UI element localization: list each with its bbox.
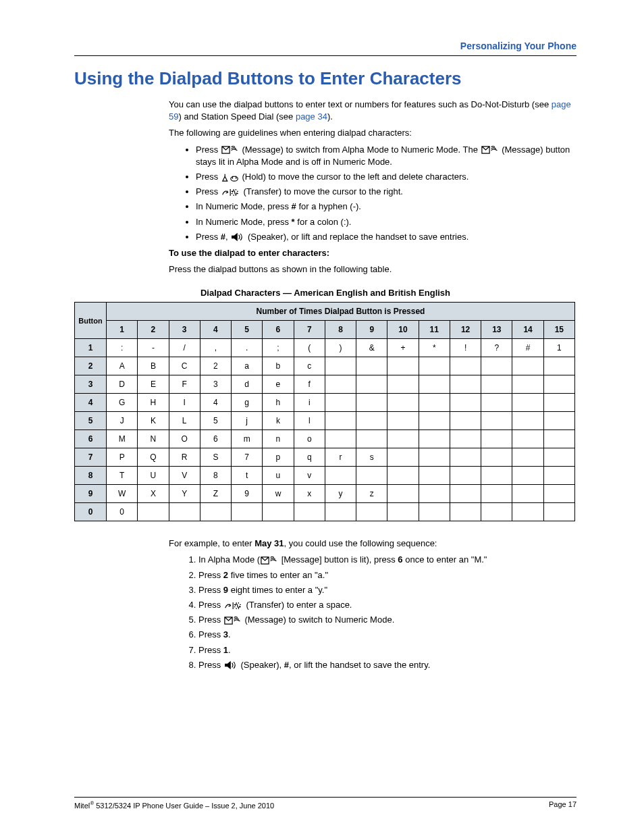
cell	[450, 412, 481, 430]
cell	[356, 503, 387, 521]
cell	[543, 503, 574, 521]
text: .	[228, 645, 231, 655]
text-bold: 3	[223, 629, 228, 640]
text: , or lift the handset to save the entry.	[289, 660, 430, 670]
cell: +	[387, 339, 419, 357]
cell	[512, 412, 543, 430]
cell: 5	[200, 412, 231, 430]
table-caption: Dialpad Characters — American English an…	[74, 288, 576, 298]
text: In Numeric Mode, press	[196, 217, 292, 227]
message-icon	[261, 556, 278, 565]
text: ,	[225, 232, 230, 242]
cell	[325, 412, 356, 430]
cell: S	[200, 448, 231, 467]
cell	[450, 467, 481, 485]
cell	[419, 357, 450, 375]
cell: 2	[200, 357, 231, 375]
cell: T	[107, 467, 138, 485]
example-section: For example, to enter May 31, you could …	[169, 538, 576, 671]
cell	[450, 394, 481, 412]
text: (Transfer) to move the cursor to the rig…	[241, 186, 403, 197]
cell: /	[169, 339, 200, 357]
cell: s	[356, 448, 387, 467]
cell: c	[294, 357, 325, 375]
cell: 0	[107, 503, 138, 521]
text: once to enter an "M."	[403, 554, 487, 565]
cell	[387, 430, 419, 448]
col-header: 15	[543, 321, 574, 339]
cell: .	[232, 339, 263, 357]
cell	[450, 430, 481, 448]
cell: f	[294, 375, 325, 394]
speaker-icon	[224, 660, 238, 670]
cell	[543, 357, 574, 375]
cell	[481, 357, 512, 375]
cell: V	[169, 467, 200, 485]
step-item: Press (Transfer) to enter a space.	[198, 599, 576, 611]
step-item: Press (Speaker), #, or lift the handset …	[198, 659, 576, 671]
text: Press	[198, 629, 223, 640]
cell: t	[232, 467, 263, 485]
cell: Q	[138, 448, 169, 467]
text-bold: 1	[223, 645, 228, 655]
cell: C	[169, 357, 200, 375]
cell: x	[294, 485, 325, 503]
col-header: 7	[294, 321, 325, 339]
text: Press	[198, 600, 223, 610]
cell	[481, 375, 512, 394]
cell	[543, 394, 574, 412]
cell	[200, 503, 231, 521]
cell	[419, 394, 450, 412]
cell	[325, 430, 356, 448]
cell: ,	[200, 339, 231, 357]
row-button: 5	[75, 412, 107, 430]
cell: R	[169, 448, 200, 467]
text: In Alpha Mode (	[198, 554, 260, 565]
cell: w	[263, 485, 294, 503]
text: (Transfer) to enter a space.	[244, 600, 352, 610]
cell: i	[294, 394, 325, 412]
hold-icon	[221, 173, 239, 182]
cell	[512, 485, 543, 503]
cell	[450, 503, 481, 521]
cell	[356, 394, 387, 412]
text: [Message] button is lit), press	[279, 554, 398, 565]
col-header: 8	[325, 321, 356, 339]
cell	[387, 412, 419, 430]
cell	[419, 375, 450, 394]
cell	[450, 375, 481, 394]
row-button: 0	[75, 503, 107, 521]
col-header: 13	[481, 321, 512, 339]
cell	[325, 375, 356, 394]
subbody: Press the dialpad buttons as shown in th…	[169, 263, 576, 276]
cell: !	[450, 339, 481, 357]
cell	[263, 503, 294, 521]
cell	[419, 412, 450, 430]
body-content: You can use the dialpad buttons to enter…	[169, 99, 576, 276]
text: Press	[196, 232, 221, 242]
guideline-item: Press (Hold) to move the cursor to the l…	[196, 171, 576, 183]
col-header: 6	[263, 321, 294, 339]
text: You can use the dialpad buttons to enter…	[169, 99, 552, 109]
cell	[387, 448, 419, 467]
link-page-34[interactable]: page 34	[296, 111, 327, 122]
cell: o	[294, 430, 325, 448]
cell	[356, 375, 387, 394]
cell: D	[107, 375, 138, 394]
text: , you could use the following sequence:	[284, 538, 437, 548]
cell	[387, 485, 419, 503]
cell: n	[263, 430, 294, 448]
row-button: 2	[75, 357, 107, 375]
page-footer: Mitel® 5312/5324 IP Phone User Guide – I…	[74, 797, 576, 810]
col-header: 3	[169, 321, 200, 339]
cell	[481, 412, 512, 430]
example-steps: In Alpha Mode ( [Message] button is lit)…	[169, 554, 576, 671]
cell	[512, 430, 543, 448]
cell	[543, 375, 574, 394]
col-header: 10	[387, 321, 419, 339]
row-button: 4	[75, 394, 107, 412]
text-bold: 2	[223, 570, 228, 580]
dialpad-characters-table: ButtonNumber of Times Dialpad Button is …	[74, 302, 575, 521]
message-icon	[224, 616, 242, 625]
cell: g	[232, 394, 263, 412]
